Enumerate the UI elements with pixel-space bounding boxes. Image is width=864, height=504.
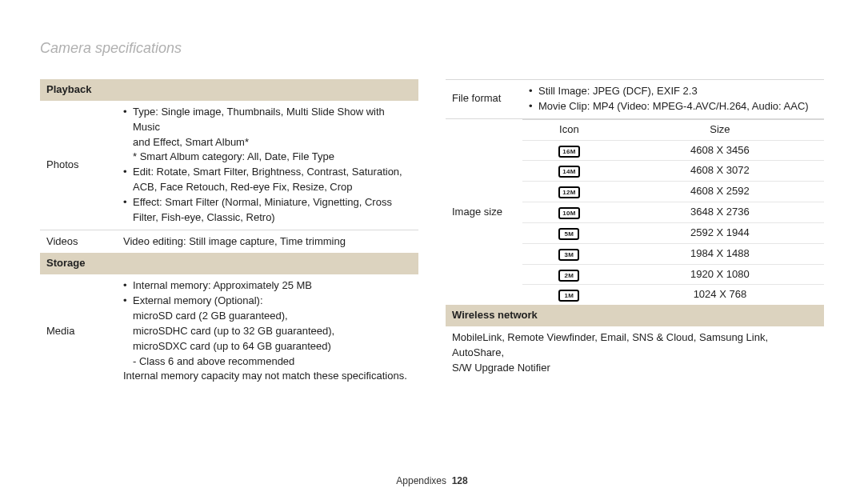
media-ext-l2: microSDHC card (up to 32 GB guaranteed), (133, 325, 334, 337)
photos-bullets: Type: Single image, Thumbnails, Multi Sl… (123, 105, 412, 226)
size-icon: 3M (558, 249, 579, 261)
media-internal: Internal memory: Approximately 25 MB (123, 278, 412, 294)
size-icon: 5M (558, 228, 579, 240)
row-value-imagesize: Icon Size 16M4608 X 3456 14M4608 X 3072 … (522, 118, 824, 305)
row-photos: Photos Type: Single image, Thumbnails, M… (40, 101, 418, 230)
imagesize-table: Icon Size 16M4608 X 3456 14M4608 X 3072 … (522, 119, 824, 306)
imagesize-icon-cell: 3M (522, 243, 616, 264)
media-bullets: Internal memory: Approximately 25 MB Ext… (123, 278, 412, 369)
photos-effect-l1: Effect: Smart Filter (Normal, Miniature,… (133, 196, 392, 208)
media-ext-l3: microSDXC card (up to 64 GB guaranteed) (133, 340, 331, 352)
imagesize-size-cell: 1024 X 768 (616, 285, 824, 305)
media-ext-l1: microSD card (2 GB guaranteed), (133, 310, 288, 322)
media-ext-head: External memory (Optional): (133, 294, 263, 306)
section-header-storage: Storage (40, 253, 418, 274)
row-media: Media Internal memory: Approximately 25 … (40, 274, 418, 388)
right-table: File format Still Image: JPEG (DCF), EXI… (446, 79, 824, 380)
left-table: Playback Photos Type: Single image, Thum… (40, 79, 418, 388)
photos-effect: Effect: Smart Filter (Normal, Miniature,… (123, 195, 412, 226)
photos-type-l1: Type: Single image, Thumbnails, Multi Sl… (133, 106, 385, 133)
imagesize-icon-cell: 2M (522, 264, 616, 285)
row-value-wireless: MobileLink, Remote Viewfinder, Email, SN… (446, 326, 824, 380)
imagesize-row: 2M1920 X 1080 (522, 264, 824, 285)
photos-edit: Edit: Rotate, Smart Filter, Brightness, … (123, 165, 412, 195)
row-label-videos: Videos (40, 230, 117, 253)
imagesize-row: 1M1024 X 768 (522, 285, 824, 305)
footer: Appendixes 128 (0, 475, 864, 486)
imagesize-icon-cell: 1M (522, 285, 616, 305)
imagesize-row: 5M2592 X 1944 (522, 222, 824, 243)
imagesize-row: 14M4608 X 3072 (522, 161, 824, 182)
row-wireless: MobileLink, Remote Viewfinder, Email, SN… (446, 326, 824, 380)
right-column: File format Still Image: JPEG (DCF), EXI… (446, 79, 824, 388)
size-icon: 2M (558, 270, 579, 282)
photos-type-note: * Smart Album category: All, Date, File … (133, 150, 334, 162)
imagesize-size-cell: 3648 X 2736 (616, 202, 824, 223)
imagesize-size-cell: 1920 X 1080 (616, 264, 824, 285)
row-label-media: Media (40, 274, 117, 388)
wireless-l1: MobileLink, Remote Viewfinder, Email, SN… (452, 331, 768, 358)
imagesize-size-cell: 2592 X 1944 (616, 222, 824, 243)
size-icon: 1M (558, 290, 579, 302)
section-header-playback-label: Playback (40, 79, 418, 101)
section-header-storage-label: Storage (40, 253, 418, 274)
fileformat-bullets: Still Image: JPEG (DCF), EXIF 2.3 Movie … (529, 84, 818, 114)
section-header-playback: Playback (40, 79, 418, 101)
page-title: Camera specifications (40, 40, 824, 57)
size-icon: 10M (558, 207, 579, 219)
imagesize-size-cell: 1984 X 1488 (616, 243, 824, 264)
section-header-wireless-label: Wireless network (446, 305, 824, 326)
imagesize-icon-cell: 14M (522, 161, 616, 182)
row-label-photos: Photos (40, 101, 117, 230)
media-external: External memory (Optional): microSD card… (123, 294, 412, 369)
imagesize-icon-cell: 10M (522, 202, 616, 223)
footer-page-number: 128 (452, 475, 468, 486)
imagesize-icon-cell: 12M (522, 182, 616, 202)
row-videos: Videos Video editing: Still image captur… (40, 230, 418, 253)
photos-effect-l2: Filter, Fish-eye, Classic, Retro) (133, 211, 275, 223)
imagesize-size-cell: 4608 X 3456 (616, 140, 824, 161)
imagesize-row: 3M1984 X 1488 (522, 243, 824, 264)
media-note: Internal memory capacity may not match t… (123, 369, 412, 384)
imagesize-head-row: Icon Size (522, 119, 824, 140)
imagesize-head-size: Size (616, 119, 824, 140)
row-fileformat: File format Still Image: JPEG (DCF), EXI… (446, 80, 824, 119)
row-value-videos: Video editing: Still image capture, Time… (117, 230, 418, 253)
size-icon: 14M (558, 166, 579, 178)
wireless-l2: S/W Upgrade Notifier (452, 362, 550, 374)
photos-edit-l2: ACB, Face Retouch, Red-eye Fix, Resize, … (133, 181, 353, 193)
row-label-fileformat: File format (446, 80, 522, 119)
fileformat-b2: Movie Clip: MP4 (Video: MPEG-4.AVC/H.264… (529, 99, 818, 114)
photos-type-l2: and Effect, Smart Album* (133, 136, 249, 148)
section-header-wireless: Wireless network (446, 305, 824, 326)
size-icon: 12M (558, 186, 579, 198)
footer-section: Appendixes (396, 475, 446, 486)
photos-type: Type: Single image, Thumbnails, Multi Sl… (123, 105, 412, 165)
row-value-media: Internal memory: Approximately 25 MB Ext… (117, 274, 418, 388)
size-icon: 16M (558, 146, 579, 158)
fileformat-b1: Still Image: JPEG (DCF), EXIF 2.3 (529, 84, 818, 99)
imagesize-row: 16M4608 X 3456 (522, 140, 824, 161)
row-imagesize: Image size Icon Size 16M4608 X 3456 14M4… (446, 118, 824, 305)
photos-edit-l1: Edit: Rotate, Smart Filter, Brightness, … (133, 166, 402, 178)
row-value-fileformat: Still Image: JPEG (DCF), EXIF 2.3 Movie … (522, 80, 824, 119)
media-ext-l4: - Class 6 and above recommended (133, 355, 294, 367)
imagesize-size-cell: 4608 X 2592 (616, 182, 824, 202)
imagesize-icon-cell: 16M (522, 140, 616, 161)
content-columns: Playback Photos Type: Single image, Thum… (40, 79, 824, 388)
page: Camera specifications Playback Photos Ty… (0, 0, 864, 504)
left-column: Playback Photos Type: Single image, Thum… (40, 79, 418, 388)
imagesize-head-icon: Icon (522, 119, 616, 140)
imagesize-row: 10M3648 X 2736 (522, 202, 824, 223)
imagesize-row: 12M4608 X 2592 (522, 182, 824, 202)
row-label-imagesize: Image size (446, 118, 522, 305)
imagesize-icon-cell: 5M (522, 222, 616, 243)
imagesize-size-cell: 4608 X 3072 (616, 161, 824, 182)
row-value-photos: Type: Single image, Thumbnails, Multi Sl… (117, 101, 418, 230)
